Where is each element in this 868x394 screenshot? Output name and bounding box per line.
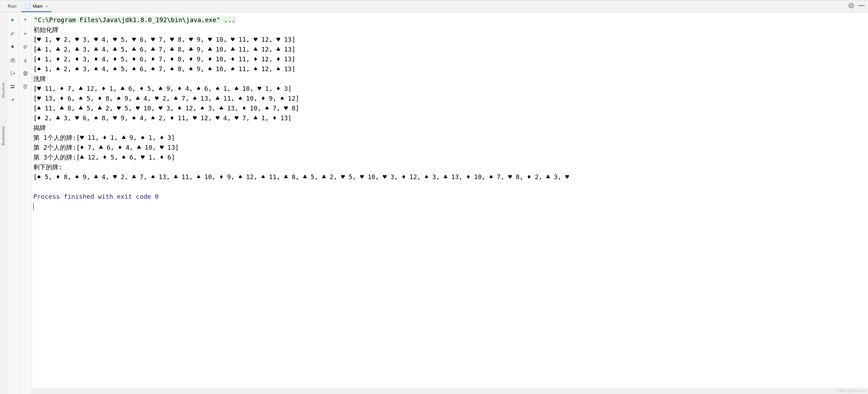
output-line: [♦ 1, ♦ 2, ♦ 3, ♦ 4, ♦ 5, ♦ 6, ♦ 7, ♦ 8,…	[33, 54, 868, 64]
java-class-icon	[25, 4, 30, 9]
svg-point-4	[12, 60, 13, 61]
svg-rect-8	[11, 87, 15, 88]
output-line: [♠ 1, ♠ 2, ♠ 3, ♠ 4, ♠ 5, ♠ 6, ♠ 7, ♠ 8,…	[33, 64, 868, 74]
titlebar-spacer	[52, 0, 848, 12]
arrow-up-icon[interactable]	[22, 16, 29, 23]
output-line: 第 2个人的牌:[♦ 7, ♣ 6, ♦ 4, ♣ 10, ♥ 13]	[33, 143, 868, 152]
run-tool-window: Run: Main × — Structure Bookmarks	[0, 0, 868, 394]
output-line: 第 3个人的牌:[♣ 12, ♦ 5, ♠ 6, ♥ 1, ♦ 6]	[33, 152, 868, 162]
console-wrap: "C:\Program Files\Java\jdk1.8.0_192\bin\…	[32, 12, 868, 394]
caret-icon	[33, 203, 34, 210]
exit-code-line: Process finished with exit code 0	[33, 192, 868, 202]
exit-icon[interactable]	[9, 70, 16, 77]
active-tab-underline	[21, 11, 51, 12]
svg-rect-6	[11, 85, 13, 86]
tab-label: Main	[33, 4, 42, 9]
svg-marker-1	[12, 18, 14, 21]
wrench-icon[interactable]	[9, 30, 16, 37]
section-label: 洗牌	[33, 74, 868, 84]
gear-icon[interactable]	[848, 3, 854, 9]
horizontal-scrollbar[interactable]	[32, 388, 868, 394]
bookmarks-tool-button[interactable]: Bookmarks	[1, 126, 5, 145]
caret-line	[33, 202, 868, 211]
svg-rect-2	[12, 46, 14, 48]
section-label: 初始化牌	[33, 25, 868, 35]
output-line: [♥ 11, ♦ 7, ♣ 12, ♦ 1, ♣ 6, ♦ 5, ♣ 9, ♦ …	[33, 84, 868, 94]
trash-icon[interactable]	[22, 83, 29, 90]
close-icon[interactable]: ×	[45, 4, 48, 9]
output-line: 第 1个人的牌:[♥ 11, ♦ 1, ♣ 9, ♠ 1, ♦ 3]	[33, 133, 868, 143]
console-output[interactable]: "C:\Program Files\Java\jdk1.8.0_192\bin\…	[32, 12, 868, 388]
output-line: [♣ 1, ♣ 2, ♣ 3, ♣ 4, ♣ 5, ♣ 6, ♣ 7, ♣ 8,…	[33, 45, 868, 54]
layout-icon[interactable]	[9, 83, 16, 90]
run-label: Run:	[0, 0, 21, 12]
run-actions-column	[7, 12, 19, 394]
watermark: CSDN @gobeyye	[836, 389, 865, 393]
output-line: [♠ 5, ♦ 8, ♠ 9, ♣ 4, ♥ 2, ♣ 7, ♠ 13, ♣ 1…	[33, 172, 868, 182]
printer-icon[interactable]	[22, 70, 29, 77]
output-line: [♥ 13, ♦ 6, ♠ 5, ♦ 8, ♠ 9, ♣ 4, ♥ 2, ♣ 7…	[33, 94, 868, 103]
camera-icon[interactable]	[9, 56, 16, 63]
scroll-to-end-icon[interactable]	[22, 56, 29, 63]
console-actions-column	[19, 12, 32, 394]
pin-icon[interactable]	[9, 96, 16, 103]
command-line: "C:\Program Files\Java\jdk1.8.0_192\bin\…	[33, 15, 868, 25]
output-line: [♥ 1, ♥ 2, ♥ 3, ♥ 4, ♥ 5, ♥ 6, ♥ 7, ♥ 8,…	[33, 35, 868, 45]
svg-point-0	[850, 5, 852, 6]
blank-line	[33, 182, 868, 192]
minimize-icon[interactable]: —	[858, 3, 864, 9]
titlebar-actions: —	[848, 0, 868, 12]
section-label: 揭牌	[33, 123, 868, 133]
stop-icon[interactable]	[9, 43, 16, 50]
titlebar: Run: Main × —	[0, 0, 868, 12]
main-row: Structure Bookmarks	[0, 12, 868, 394]
svg-rect-7	[13, 85, 15, 86]
output-line: [♦ 2, ♣ 3, ♥ 6, ♠ 8, ♥ 9, ♠ 4, ♠ 2, ♦ 11…	[33, 113, 868, 123]
run-tab-main[interactable]: Main ×	[21, 0, 51, 12]
rerun-icon[interactable]	[9, 16, 16, 23]
left-vertical-bar: Structure Bookmarks	[0, 12, 7, 394]
section-label: 剩下的牌:	[33, 162, 868, 172]
soft-wrap-icon[interactable]	[22, 43, 29, 50]
structure-tool-button[interactable]: Structure	[1, 82, 5, 98]
svg-rect-3	[11, 59, 14, 62]
output-line: [♠ 11, ♣ 8, ♣ 5, ♣ 2, ♥ 5, ♥ 10, ♥ 3, ♦ …	[33, 103, 868, 113]
arrow-down-icon[interactable]	[22, 30, 29, 37]
